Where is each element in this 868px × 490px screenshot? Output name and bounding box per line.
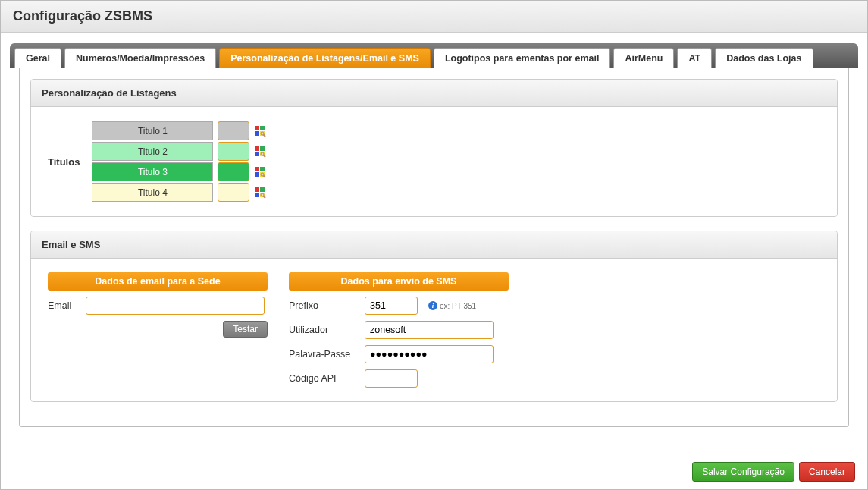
tab-dados-lojas[interactable]: Dados das Lojas	[715, 48, 813, 68]
panel-email-sms: Email e SMS Dados de email para a Sede E…	[30, 231, 838, 402]
app-window: Configuração ZSBMS Geral Numeros/Moeda/I…	[0, 0, 868, 490]
color-picker-icon-1[interactable]	[254, 125, 266, 137]
svg-rect-15	[255, 187, 259, 192]
test-button[interactable]: Testar	[223, 321, 268, 338]
color-picker-icon-2[interactable]	[254, 146, 266, 158]
svg-rect-16	[260, 187, 265, 192]
panel-listagens-title: Personalização de Listagens	[31, 80, 837, 107]
titulo-row-2: Titulo 2	[92, 141, 266, 162]
panel-email-sms-body: Dados de email para a Sede Email Testar …	[31, 259, 837, 401]
tab-bar: Geral Numeros/Moeda/Impressões Personali…	[10, 43, 858, 68]
svg-rect-0	[255, 126, 259, 130]
info-icon: i	[428, 301, 437, 310]
tab-content: Personalização de Listagens Titulos Titu…	[19, 68, 849, 427]
tab-at[interactable]: AT	[677, 48, 712, 68]
titulo-row-4: Titulo 4	[92, 182, 266, 203]
svg-rect-1	[260, 126, 265, 130]
prefix-hint-text: ex: PT 351	[440, 302, 476, 310]
svg-rect-10	[255, 167, 259, 171]
svg-rect-5	[255, 146, 259, 151]
user-label: Utilizador	[289, 325, 357, 335]
color-picker-icon-4[interactable]	[254, 187, 266, 199]
panel-listagens: Personalização de Listagens Titulos Titu…	[30, 79, 838, 217]
svg-rect-6	[260, 146, 265, 151]
col-email-header: Dados de email para a Sede	[48, 272, 268, 291]
tab-container: Geral Numeros/Moeda/Impressões Personali…	[10, 43, 858, 427]
api-input[interactable]	[365, 369, 418, 388]
color-swatch-2[interactable]	[218, 142, 249, 161]
color-picker-icon-3[interactable]	[254, 166, 266, 178]
col-sms: Dados para envio de SMS Prefixo i ex: PT…	[289, 272, 509, 388]
user-input[interactable]	[365, 321, 494, 339]
titulo-row-1: Titulo 1	[92, 121, 266, 141]
col-email: Dados de email para a Sede Email Testar	[48, 272, 268, 388]
page-title: Configuração ZSBMS	[13, 8, 152, 24]
tab-airmenu[interactable]: AirMenu	[613, 48, 674, 68]
svg-rect-2	[255, 131, 259, 136]
svg-point-9	[261, 152, 264, 155]
svg-rect-11	[260, 167, 265, 171]
cancel-button[interactable]: Cancelar	[799, 462, 855, 482]
col-sms-header: Dados para envio de SMS	[289, 272, 509, 291]
prefix-hint: i ex: PT 351	[428, 301, 476, 310]
save-button[interactable]: Salvar Configuração	[692, 462, 794, 482]
prefix-label: Prefixo	[289, 300, 357, 311]
tab-geral[interactable]: Geral	[14, 48, 61, 68]
titulo-box-3[interactable]: Titulo 3	[92, 162, 213, 181]
titulo-box-1[interactable]: Titulo 1	[92, 121, 213, 140]
email-label: Email	[48, 300, 78, 311]
api-label: Código API	[289, 373, 357, 384]
email-input[interactable]	[86, 297, 265, 315]
tab-logotipos[interactable]: Logotipos para ementas por email	[434, 48, 611, 68]
color-swatch-4[interactable]	[218, 183, 249, 202]
color-swatch-1[interactable]	[218, 121, 249, 140]
titulo-row-3: Titulo 3	[92, 162, 266, 182]
titulos-list: Titulo 1 Titulo 2	[92, 121, 266, 203]
pass-input[interactable]	[365, 345, 494, 363]
footer-buttons: Salvar Configuração Cancelar	[692, 462, 855, 482]
prefix-input[interactable]	[365, 297, 418, 315]
svg-point-4	[261, 132, 264, 135]
tab-numeros[interactable]: Numeros/Moeda/Impressões	[64, 48, 216, 68]
titulo-box-4[interactable]: Titulo 4	[92, 183, 213, 202]
svg-rect-17	[255, 193, 259, 197]
svg-point-19	[261, 193, 264, 196]
svg-point-14	[261, 173, 264, 176]
titulo-box-2[interactable]: Titulo 2	[92, 142, 213, 161]
pass-label: Palavra-Passe	[289, 349, 357, 360]
window-header: Configuração ZSBMS	[1, 1, 867, 33]
color-swatch-3[interactable]	[218, 162, 249, 181]
svg-rect-7	[255, 152, 259, 156]
panel-email-sms-title: Email e SMS	[31, 231, 837, 259]
titulos-label: Titulos	[48, 156, 80, 168]
panel-listagens-body: Titulos Titulo 1 Titulo 2	[31, 107, 837, 216]
svg-rect-12	[255, 172, 259, 177]
tab-personalizacao[interactable]: Personalização de Listagens/Email e SMS	[219, 48, 431, 68]
